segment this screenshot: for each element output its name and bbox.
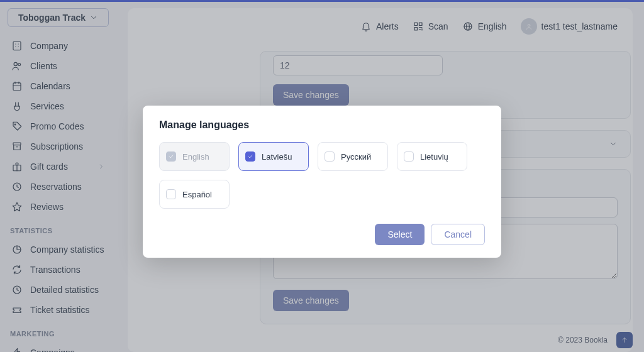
language-options: English Latviešu Русский Lietuvių Españo… <box>159 142 485 209</box>
lang-label: Español <box>182 190 212 199</box>
checkbox-icon <box>325 151 335 162</box>
lang-label: Latviešu <box>262 152 292 162</box>
lang-option-russian[interactable]: Русский <box>318 142 388 171</box>
modal-title: Manage languages <box>159 119 485 131</box>
lang-option-lietuviu[interactable]: Lietuvių <box>397 142 467 171</box>
checkbox-icon <box>166 151 176 162</box>
lang-label: English <box>182 152 209 162</box>
checkbox-icon <box>245 151 255 162</box>
lang-option-espanol[interactable]: Español <box>159 180 230 209</box>
checkbox-icon <box>404 151 414 162</box>
modal-backdrop[interactable]: Manage languages English Latviešu Русски… <box>0 0 644 352</box>
lang-label: Lietuvių <box>420 152 448 162</box>
lang-option-latviesu[interactable]: Latviešu <box>238 142 309 171</box>
cancel-button[interactable]: Cancel <box>431 224 485 245</box>
manage-languages-modal: Manage languages English Latviešu Русски… <box>143 106 501 258</box>
lang-label: Русский <box>341 152 371 162</box>
modal-actions: Select Cancel <box>159 224 485 245</box>
select-button[interactable]: Select <box>375 224 425 245</box>
checkbox-icon <box>166 189 176 199</box>
lang-option-english: English <box>159 142 230 171</box>
